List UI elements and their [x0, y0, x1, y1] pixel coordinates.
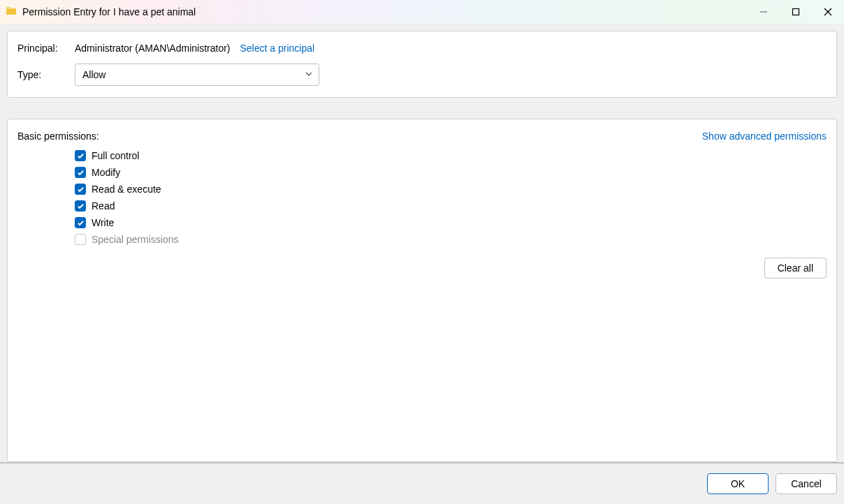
chevron-down-icon: [305, 69, 313, 80]
cancel-button[interactable]: Cancel: [776, 473, 837, 494]
permission-item-full-control: Full control: [75, 150, 827, 161]
principal-value: Administrator (AMAN\Administrator): [75, 43, 231, 54]
permissions-header: Basic permissions: Show advanced permiss…: [17, 131, 827, 142]
permission-item-read: Read: [75, 200, 827, 212]
type-select-value: Allow: [82, 69, 106, 80]
principal-row: Principal: Administrator (AMAN\Administr…: [17, 43, 827, 54]
type-label: Type:: [17, 69, 75, 80]
checkbox-full-control[interactable]: [75, 150, 86, 161]
checkbox-write[interactable]: [75, 217, 86, 228]
clear-all-button[interactable]: Clear all: [764, 258, 827, 279]
principal-panel: Principal: Administrator (AMAN\Administr…: [7, 31, 837, 98]
permissions-list: Full control Modify Read & execute Read: [75, 150, 827, 245]
clear-all-row: Clear all: [17, 258, 827, 279]
permission-item-read-execute: Read & execute: [75, 184, 827, 195]
select-principal-link[interactable]: Select a principal: [240, 43, 315, 54]
permission-label: Modify: [92, 167, 120, 178]
permission-label: Special permissions: [92, 234, 179, 245]
window-title: Permission Entry for I have a pet animal: [22, 6, 196, 17]
type-row: Type: Allow: [17, 64, 827, 86]
checkbox-read[interactable]: [75, 200, 86, 212]
minimize-button[interactable]: [748, 0, 780, 24]
permission-label: Read: [92, 200, 115, 212]
show-advanced-permissions-link[interactable]: Show advanced permissions: [702, 131, 827, 142]
close-button[interactable]: [812, 0, 844, 24]
principal-label: Principal:: [17, 43, 75, 54]
permissions-panel: Basic permissions: Show advanced permiss…: [7, 119, 837, 462]
checkbox-special-permissions: [75, 234, 86, 245]
folder-icon: [6, 6, 17, 19]
dialog-footer: OK Cancel: [0, 462, 844, 504]
basic-permissions-label: Basic permissions:: [17, 131, 99, 142]
content-area: Principal: Administrator (AMAN\Administr…: [0, 24, 844, 462]
permission-item-special: Special permissions: [75, 234, 827, 245]
permission-label: Write: [92, 217, 114, 228]
permission-label: Read & execute: [92, 184, 161, 195]
maximize-button[interactable]: [780, 0, 812, 24]
type-select[interactable]: Allow: [75, 64, 319, 86]
ok-button[interactable]: OK: [707, 473, 769, 494]
checkbox-modify[interactable]: [75, 167, 86, 178]
permission-item-modify: Modify: [75, 167, 827, 178]
permission-label: Full control: [92, 150, 139, 161]
permission-item-write: Write: [75, 217, 827, 228]
title-bar: Permission Entry for I have a pet animal: [0, 0, 844, 24]
checkbox-read-execute[interactable]: [75, 184, 86, 195]
window-controls: [748, 0, 844, 24]
svg-rect-1: [793, 9, 799, 15]
